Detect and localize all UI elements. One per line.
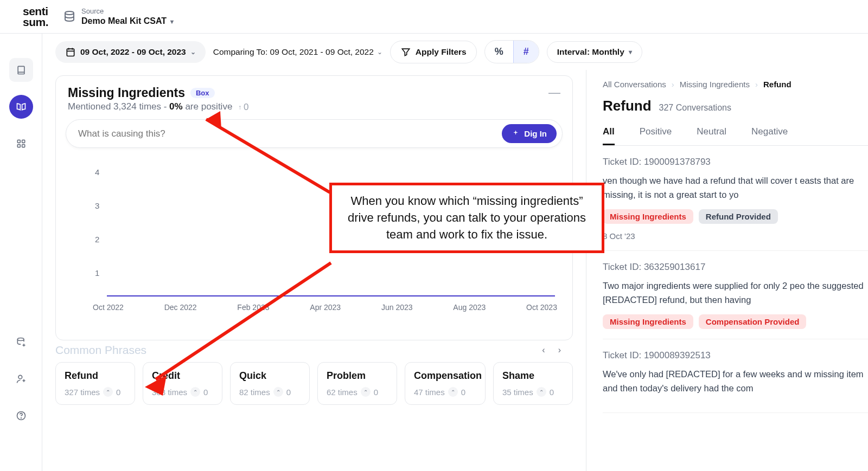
- collapse-button[interactable]: —: [548, 86, 560, 100]
- sentiment-tab[interactable]: All: [603, 126, 615, 145]
- ticket-tag: Missing Ingredients: [603, 209, 693, 224]
- detail-panel: All Conversations› Missing Ingredients› …: [586, 70, 868, 471]
- date-range-picker[interactable]: 09 Oct, 2022 - 09 Oct, 2023⌄: [55, 41, 206, 63]
- phrases-next[interactable]: ›: [558, 345, 561, 355]
- source-label: Source: [81, 7, 175, 16]
- annotation-callout: When you know which “missing ingredients…: [329, 183, 604, 253]
- ticket-body: Two major ingredients were supplied for …: [603, 279, 868, 307]
- phrase-count: 62 times ⌃ 0: [327, 387, 388, 397]
- percent-toggle[interactable]: %: [485, 41, 513, 63]
- nav-help-icon[interactable]: [9, 404, 33, 428]
- brand-logo: senti sum.: [13, 6, 55, 28]
- phrase-card[interactable]: Shame 35 times ⌃ 0: [493, 362, 573, 405]
- y-tick: 3: [95, 201, 99, 210]
- svg-rect-5: [17, 145, 20, 147]
- sentiment-tab[interactable]: Negative: [751, 126, 788, 145]
- tickets-list: Ticket ID: 1900091378793 ven though we h…: [603, 146, 868, 413]
- phrase-name: Compensation: [414, 370, 476, 382]
- svg-rect-4: [22, 140, 24, 143]
- phrase-count: 35 times ⌃ 0: [502, 387, 564, 397]
- sentiment-tab[interactable]: Positive: [640, 126, 672, 145]
- phrase-card[interactable]: Quick 82 times ⌃ 0: [230, 362, 310, 405]
- phrase-card[interactable]: Compensation 47 times ⌃ 0: [405, 362, 486, 405]
- phrase-name: Shame: [502, 370, 564, 382]
- phrase-name: Refund: [65, 370, 126, 382]
- ticket-id: Ticket ID: 363259013617: [603, 262, 868, 273]
- source-name: Demo Meal Kit CSAT ▼: [81, 16, 175, 26]
- nav-open-book-icon[interactable]: [9, 95, 33, 119]
- topic-title: Missing Ingredients: [68, 86, 185, 100]
- svg-point-10: [18, 375, 22, 379]
- svg-rect-3: [17, 140, 20, 143]
- phrase-count: 82 times ⌃ 0: [239, 387, 301, 397]
- sidebar: [0, 0, 42, 471]
- topic-badge: Box: [190, 88, 215, 98]
- svg-rect-1: [18, 66, 24, 74]
- phrase-count: 327 times ⌃ 0: [65, 387, 126, 397]
- ticket-tag: Missing Ingredients: [603, 314, 693, 329]
- ticket-tag: Refund Provided: [699, 209, 778, 224]
- interval-selector[interactable]: Interval: Monthly ▾: [547, 41, 642, 63]
- ticket-item[interactable]: Ticket ID: 1900091378793 ven though we h…: [603, 146, 868, 251]
- dig-in-button[interactable]: Dig In: [502, 124, 557, 143]
- count-toggle[interactable]: #: [513, 41, 539, 63]
- ticket-date: 8 Oct '23: [603, 231, 868, 241]
- breadcrumb: All Conversations› Missing Ingredients› …: [603, 80, 868, 89]
- x-axis-labels: Oct 2022 Dec 2022 Feb 2023 Apr 2023 Jun …: [90, 303, 560, 312]
- nav-apps-icon[interactable]: [9, 132, 33, 156]
- phrase-card[interactable]: Problem 62 times ⌃ 0: [317, 362, 397, 405]
- topic-search: Dig In: [66, 119, 563, 148]
- ticket-item[interactable]: Ticket ID: 363259013617 Two major ingred…: [603, 251, 868, 339]
- svg-rect-15: [67, 49, 74, 56]
- ticket-id: Ticket ID: 1900089392513: [603, 350, 868, 361]
- panel-title: Refund: [603, 98, 652, 114]
- database-icon: [63, 10, 76, 23]
- common-phrases-title: Common Phrases: [55, 344, 146, 357]
- svg-point-14: [21, 418, 21, 418]
- filter-icon: [400, 47, 411, 57]
- breadcrumb-item[interactable]: All Conversations: [603, 80, 666, 89]
- calendar-icon: [65, 47, 76, 57]
- svg-point-0: [65, 11, 74, 15]
- apply-filters-button[interactable]: Apply Filters: [390, 41, 477, 63]
- topic-subtitle: Mentioned 3,324 times - 0% are positive …: [56, 100, 572, 119]
- phrase-count: 308 times ⌃ 0: [152, 387, 213, 397]
- sentiment-tabs: AllPositiveNeutralNegative: [603, 126, 868, 146]
- y-tick: 4: [95, 167, 99, 177]
- source-selector[interactable]: Source Demo Meal Kit CSAT ▼: [63, 7, 175, 26]
- ticket-body: We've only had [REDACTED] for a few week…: [603, 367, 868, 395]
- y-tick: 1: [95, 268, 99, 278]
- y-tick: 2: [95, 235, 99, 244]
- sentiment-tab[interactable]: Neutral: [697, 126, 726, 145]
- phrase-card[interactable]: Credit 308 times ⌃ 0: [143, 362, 222, 405]
- svg-point-7: [17, 338, 24, 341]
- filter-bar: 09 Oct, 2022 - 09 Oct, 2023⌄ Comparing T…: [42, 34, 868, 70]
- nav-book-icon[interactable]: [9, 58, 33, 82]
- phrase-name: Problem: [327, 370, 388, 382]
- chart-line: [107, 295, 555, 296]
- comparing-to[interactable]: Comparing To: 09 Oct, 2021 - 09 Oct, 202…: [213, 47, 382, 57]
- nav-add-user-icon[interactable]: [9, 367, 33, 391]
- breadcrumb-current: Refund: [763, 80, 792, 89]
- svg-rect-6: [22, 145, 24, 147]
- breadcrumb-item[interactable]: Missing Ingredients: [680, 80, 750, 89]
- sparkle-icon: [512, 130, 520, 138]
- ticket-id: Ticket ID: 1900091378793: [603, 157, 868, 167]
- phrases-list: Refund 327 times ⌃ 0Credit 308 times ⌃ 0…: [55, 362, 573, 405]
- metric-toggle: % #: [484, 40, 539, 63]
- nav-db-add-icon[interactable]: [9, 330, 33, 354]
- panel-count: 327 Conversations: [659, 103, 731, 113]
- phrase-count: 47 times ⌃ 0: [414, 387, 476, 397]
- phrase-card[interactable]: Refund 327 times ⌃ 0: [55, 362, 135, 405]
- topic-search-input[interactable]: [78, 128, 502, 139]
- ticket-tag: Compensation Provided: [699, 314, 807, 329]
- ticket-body: ven though we have had a refund that wil…: [603, 174, 868, 202]
- ticket-item[interactable]: Ticket ID: 1900089392513 We've only had …: [603, 339, 868, 413]
- phrase-name: Quick: [239, 370, 301, 382]
- phrase-name: Credit: [152, 370, 213, 382]
- phrases-prev[interactable]: ‹: [542, 345, 545, 355]
